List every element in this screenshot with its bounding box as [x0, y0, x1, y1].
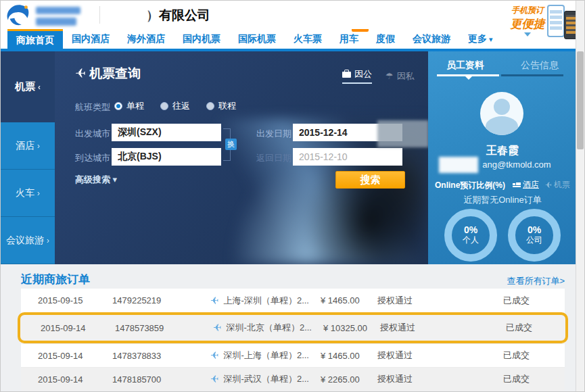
order-number: 1478185700	[112, 374, 210, 385]
sidebar-item-hotel[interactable]: 酒店›	[1, 122, 55, 170]
tab-employee[interactable]: 员工资料	[428, 59, 502, 72]
nav-tab-intl-flight[interactable]: 国际机票	[229, 29, 285, 49]
advanced-search-toggle[interactable]: 高级搜索 ▾	[75, 174, 117, 186]
table-row[interactable]: 2015-09-141478185700✈深圳-武汉（单程）2...¥ 2265…	[21, 367, 565, 391]
nav-tab-domestic-flight[interactable]: 国内机票	[174, 29, 229, 49]
blur-patch	[377, 120, 428, 147]
nav-tab-mice[interactable]: 会议旅游	[404, 29, 459, 49]
swap-cities-button[interactable]: 换	[225, 139, 237, 150]
active-tab-underline	[437, 74, 499, 76]
nav-tab-car[interactable]: 用车NEW	[331, 29, 367, 49]
chevron-left-icon: ‹	[38, 82, 41, 92]
plane-icon: ✈	[210, 373, 219, 385]
chevron-down-icon	[524, 32, 531, 36]
hero-section: 机票‹酒店›火车›会议旅游› ✈ 机票查询 因公 ☂ 因私 航班类型 单程往返联…	[1, 51, 576, 264]
phone-screen	[550, 10, 562, 30]
ratio-toggle: 酒店 ✈ 机票	[513, 179, 570, 191]
order-route: ✈上海-深圳（单程）2...	[210, 295, 321, 307]
nav-tab-train[interactable]: 火车票	[285, 29, 331, 49]
order-number: 1478573859	[115, 323, 213, 333]
main-nav: 商旅首页国内酒店海外酒店国内机票国际机票火车票用车NEW度假会议旅游更多▾	[1, 29, 576, 51]
product-sidebar: 机票‹酒店›火车›会议旅游›	[1, 51, 55, 264]
arrive-city-label: 到达城市	[75, 152, 110, 164]
donut-label: 个人	[463, 235, 479, 245]
mobile-promo[interactable]: 手机预订 更便捷	[507, 5, 548, 36]
depart-city-input[interactable]	[112, 124, 221, 141]
deal-status: 已成交	[503, 373, 565, 385]
return-date-input[interactable]	[293, 148, 402, 166]
arrive-city-input[interactable]	[112, 148, 221, 166]
flight-type-roundtrip[interactable]: 往返	[160, 100, 190, 112]
flight-type-oneway[interactable]: 单程	[114, 100, 144, 112]
donut-percent: 0%	[464, 225, 477, 235]
order-route: ✈深圳-北京（单程）2...	[213, 322, 323, 334]
ratio-flight-label: 机票	[554, 179, 570, 191]
company-name: ）有限公司	[146, 7, 210, 24]
scrollbar[interactable]	[576, 1, 584, 391]
nav-tab-label: 更多	[468, 33, 487, 44]
scrollbar-thumb[interactable]	[577, 51, 584, 149]
nav-tab-overseas-hotel[interactable]: 海外酒店	[118, 29, 174, 49]
phone-icon	[547, 5, 565, 37]
radio-icon[interactable]	[206, 102, 214, 110]
sidebar-item-mice[interactable]: 会议旅游›	[1, 217, 55, 264]
ratio-hotel-toggle[interactable]: 酒店	[513, 179, 539, 191]
order-price: ¥ 10325.00	[323, 323, 380, 333]
purpose-public[interactable]: 因公	[342, 68, 372, 84]
ratio-flight-toggle[interactable]: ✈ 机票	[545, 179, 570, 191]
no-online-orders-text: 近期暂无Online订单	[428, 194, 577, 206]
table-row[interactable]: 2015-09-141478573859✈深圳-北京（单程）2...¥ 1032…	[18, 312, 568, 343]
search-button[interactable]: 搜索	[335, 171, 405, 189]
table-row[interactable]: 2015-09-141478378833✈深圳-上海（单程）2...¥ 1465…	[21, 343, 565, 367]
flight-type-options: 单程往返联程	[114, 100, 236, 112]
ctrip-logo[interactable]	[6, 3, 108, 27]
chevron-down-icon: ▾	[489, 35, 493, 43]
auth-status: 授权通过	[377, 295, 503, 307]
nav-tabs: 商旅首页国内酒店海外酒店国内机票国际机票火车票用车NEW度假会议旅游更多▾	[1, 29, 576, 49]
umbrella-icon: ☂	[385, 71, 394, 81]
sidebar-item-label: 机票	[15, 80, 35, 93]
purpose-public-label: 因公	[354, 68, 372, 80]
route-text: 上海-深圳（单程）2...	[224, 295, 309, 307]
radio-icon[interactable]	[160, 102, 168, 110]
order-route: ✈深圳-上海（单程）2...	[210, 349, 321, 362]
view-all-orders-link[interactable]: 查看所有订单>	[507, 275, 565, 287]
auth-status: 授权通过	[377, 373, 503, 385]
logo-text-blurred	[36, 7, 80, 14]
employee-name: 王春霞	[428, 144, 577, 158]
table-row[interactable]: 2015-09-151479225219✈上海-深圳（单程）2...¥ 1465…	[21, 289, 565, 312]
route-text: 深圳-上海（单程）2...	[224, 349, 309, 362]
donut-label: 公司	[526, 235, 542, 245]
order-route: ✈深圳-武汉（单程）2...	[210, 373, 321, 385]
online-ratio-label: Online预订比例(%)	[435, 180, 505, 191]
order-price: ¥ 1465.00	[321, 351, 377, 361]
nav-tab-more[interactable]: 更多▾	[459, 29, 502, 49]
return-date-label: 返回日期	[256, 152, 291, 164]
purpose-private[interactable]: ☂ 因私	[385, 68, 415, 84]
nav-tab-label: 国际机票	[238, 33, 276, 44]
nav-tab-vacation[interactable]: 度假	[367, 29, 404, 49]
orders-table: 2015-09-151479225219✈上海-深圳（单程）2...¥ 1465…	[21, 289, 565, 391]
radio-icon[interactable]	[114, 102, 122, 110]
order-date: 2015-09-14	[21, 351, 112, 361]
depart-date-label: 出发日期	[256, 128, 291, 140]
sidebar-item-flight[interactable]: 机票‹	[1, 51, 55, 122]
ratio-donuts: 0%个人0%公司	[428, 209, 577, 262]
nav-tab-domestic-hotel[interactable]: 国内酒店	[63, 29, 118, 49]
deal-status: 已成交	[503, 349, 565, 362]
avatar[interactable]	[480, 92, 523, 135]
dolphin-logo-icon	[6, 3, 32, 28]
order-date: 2015-09-14	[24, 323, 115, 333]
flight-type-multi[interactable]: 联程	[206, 100, 236, 112]
chevron-right-icon: ›	[37, 141, 40, 151]
order-date: 2015-09-14	[21, 374, 112, 385]
nav-tab-home[interactable]: 商旅首页	[7, 29, 63, 49]
nav-tab-label: 火车票	[294, 33, 322, 44]
order-date: 2015-09-15	[21, 295, 112, 305]
nav-tab-label: 国内酒店	[72, 33, 110, 44]
auth-status: 授权通过	[380, 322, 506, 334]
nav-tab-label: 商旅首页	[16, 34, 54, 45]
phone-screen	[566, 15, 576, 34]
tab-notice[interactable]: 公告信息	[502, 59, 577, 72]
sidebar-item-train[interactable]: 火车›	[1, 170, 55, 217]
